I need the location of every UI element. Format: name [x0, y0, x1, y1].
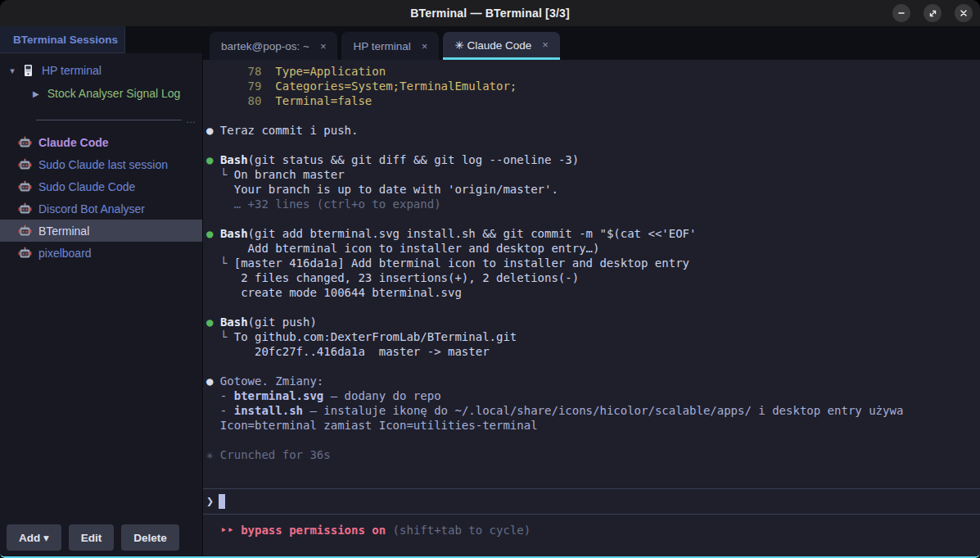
robot-icon — [18, 247, 32, 260]
terminal-line: 20fc27f..416da1a master -> master — [206, 344, 975, 359]
terminal-output: 78 Type=Application 79 Categories=System… — [203, 60, 980, 488]
session-item-label: BTerminal — [38, 225, 89, 238]
delete-button[interactable]: Delete — [121, 524, 179, 551]
titlebar[interactable]: BTerminal — BTerminal [3/3] — [0, 0, 980, 26]
prompt-chevron: ❯ — [206, 494, 214, 509]
session-tree: ▾ HP terminal ▶ Stock Analyser Signal Lo… — [0, 53, 202, 518]
minimize-icon — [897, 9, 905, 17]
status-mode: bypass permissions on — [241, 524, 386, 537]
tab-hp-terminal[interactable]: HP terminal× — [341, 32, 439, 60]
session-item-pixelboard[interactable]: pixelboard — [0, 242, 202, 264]
session-item-label: Sudo Claude Code — [38, 180, 135, 193]
main-area: bartek@pop-os: ~×HP terminal×✳ Claude Co… — [203, 26, 980, 556]
add-button[interactable]: Add ▾ — [7, 524, 61, 551]
terminal-line: - install.sh — instaluje ikonę do ~/.loc… — [206, 403, 975, 418]
divider-line — [36, 120, 182, 120]
sidebar-item-label: Stock Analyser Signal Log — [47, 87, 181, 100]
session-item-sudo-claude-last-session[interactable]: Sudo Claude last session — [0, 153, 202, 175]
sidebar-item-stock-analyser-signal-log[interactable]: ▶ Stock Analyser Signal Log — [0, 82, 202, 105]
sidebar: BTerminal Sessions ▾ HP terminal ▶ Stock… — [0, 26, 203, 556]
computer-icon — [23, 64, 37, 77]
tab-label: HP terminal — [353, 40, 410, 52]
terminal-line: 2 files changed, 23 insertions(+), 2 del… — [206, 270, 975, 285]
robot-icon — [18, 225, 32, 238]
terminal-line: └ On branch master — [206, 167, 975, 182]
chevron-down-icon[interactable]: ▾ — [7, 66, 18, 76]
session-item-label: pixelboard — [38, 247, 92, 260]
status-bar: ‣‣ bypass permissions on (shift+tab to c… — [203, 515, 980, 556]
close-icon — [960, 9, 968, 17]
terminal-line: Add bterminal icon to installer and desk… — [206, 241, 975, 256]
sidebar-header: BTerminal Sessions — [0, 26, 125, 53]
text-cursor — [219, 494, 225, 509]
session-item-bterminal[interactable]: BTerminal — [0, 220, 202, 242]
session-item-claude-code[interactable]: Claude Code — [0, 131, 202, 153]
terminal-line — [206, 138, 975, 152]
terminal-line: ● Bash(git push) — [206, 315, 975, 329]
prompt-input[interactable]: ❯ — [203, 488, 980, 515]
terminal-line: create mode 100644 bterminal.svg — [206, 285, 975, 300]
edit-button[interactable]: Edit — [69, 524, 115, 551]
maximize-button[interactable] — [924, 4, 942, 22]
terminal-line: 79 Categories=System;TerminalEmulator; — [206, 79, 975, 93]
sidebar-buttons: Add ▾EditDelete — [0, 518, 202, 556]
close-icon[interactable]: × — [422, 40, 428, 52]
terminal-line: Icon=bterminal zamiast Icon=utilities-te… — [206, 418, 975, 433]
robot-icon — [18, 202, 32, 215]
tab-claude-code[interactable]: ✳ Claude Code× — [443, 32, 559, 60]
terminal-line: ● Gotowe. Zmiany: — [206, 374, 975, 388]
window-title: BTerminal — BTerminal [3/3] — [0, 7, 980, 20]
status-arrows-icon: ‣‣ — [220, 524, 234, 537]
sidebar-item-label: HP terminal — [42, 64, 102, 77]
status-hint: (shift+tab to cycle) — [393, 524, 531, 537]
terminal-line: 80 Terminal=false — [206, 93, 975, 108]
terminal-line — [206, 433, 975, 447]
robot-icon — [18, 136, 32, 149]
terminal-line: ● Bash(git status && git diff && git log… — [206, 152, 975, 167]
terminal-line: 78 Type=Application — [206, 64, 975, 79]
session-item-label: Sudo Claude last session — [38, 158, 168, 171]
robot-icon — [18, 180, 32, 193]
tab-bartek-pop-os[interactable]: bartek@pop-os: ~× — [210, 32, 337, 60]
window-controls — [892, 4, 973, 22]
terminal-line: ● Teraz commit i push. — [206, 123, 975, 138]
session-item-discord-bot-analyser[interactable]: Discord Bot Analyser — [0, 197, 202, 220]
close-button[interactable] — [955, 4, 973, 22]
terminal-line: ✳ Crunched for 36s — [206, 447, 975, 462]
session-item-label: Claude Code — [38, 136, 109, 149]
close-icon[interactable]: × — [542, 39, 549, 51]
sidebar-item-hp-terminal[interactable]: ▾ HP terminal — [0, 59, 202, 82]
session-item-sudo-claude-code[interactable]: Sudo Claude Code — [0, 175, 202, 197]
terminal-line — [206, 108, 975, 123]
maximize-icon — [928, 9, 937, 18]
sidebar-header-row: BTerminal Sessions — [0, 26, 202, 53]
session-item-label: Discord Bot Analyser — [38, 202, 145, 215]
window-body: BTerminal Sessions ▾ HP terminal ▶ Stock… — [0, 26, 980, 556]
play-icon: ▶ — [33, 89, 39, 98]
close-icon[interactable]: × — [320, 40, 327, 52]
terminal-line — [206, 300, 975, 315]
robot-icon — [18, 158, 32, 171]
sidebar-divider: … — [36, 115, 196, 125]
tab-label: bartek@pop-os: ~ — [221, 40, 309, 52]
terminal-line: └ To github.com:DexterFromLab/BTerminal.… — [206, 329, 975, 344]
minimize-button[interactable] — [892, 4, 910, 22]
bterminal-window: BTerminal — BTerminal [3/3] BTerminal Se… — [0, 0, 980, 558]
terminal-line — [206, 211, 975, 226]
tab-bar: bartek@pop-os: ~×HP terminal×✳ Claude Co… — [203, 26, 980, 60]
terminal-line: … +32 lines (ctrl+o to expand) — [206, 197, 975, 211]
terminal[interactable]: 78 Type=Application 79 Categories=System… — [203, 60, 980, 556]
terminal-line: └ [master 416da1a] Add bterminal icon to… — [206, 256, 975, 270]
terminal-line: - bterminal.svg — dodany do repo — [206, 388, 975, 403]
session-list: Claude CodeSudo Claude last sessionSudo … — [0, 131, 202, 264]
tab-label: ✳ Claude Code — [454, 39, 531, 52]
terminal-line — [206, 359, 975, 374]
terminal-line: Your branch is up to date with 'origin/m… — [206, 182, 975, 197]
terminal-line: ● Bash(git add bterminal.svg install.sh … — [206, 226, 975, 241]
